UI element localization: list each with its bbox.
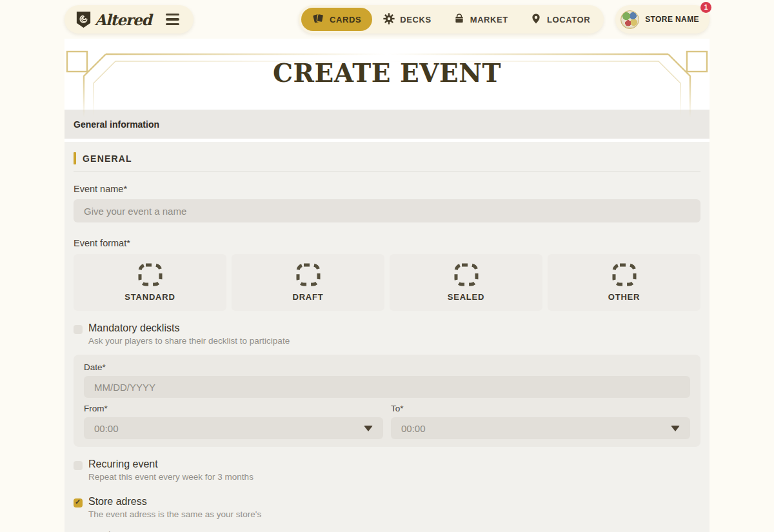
locator-icon: [530, 13, 542, 26]
schedule-card: Date* MM/DD/YYYY From* 00:00 To* 00:00: [74, 355, 700, 447]
general-heading-label: GENERAL: [83, 153, 132, 164]
store-adress-label: Store adress: [88, 496, 261, 507]
recuring-event-row: Recuring event Repeat this event every w…: [74, 458, 700, 482]
store-name-button[interactable]: STORE NAME 1: [615, 5, 710, 34]
hamburger-menu-button[interactable]: [163, 11, 182, 28]
to-time-select[interactable]: 00:00: [391, 417, 690, 439]
store-adress-row: Store adress The event adress is the sam…: [74, 496, 700, 519]
nav-market-label: MARKET: [470, 15, 508, 25]
format-option-standard[interactable]: STANDARD: [74, 254, 226, 311]
date-input[interactable]: MM/DD/YYYY: [84, 376, 690, 398]
nav-market[interactable]: MARKET: [442, 8, 519, 31]
format-placeholder-icon: [137, 263, 163, 286]
event-name-input[interactable]: Give your event a name: [74, 199, 700, 222]
date-label: Date*: [84, 362, 690, 372]
page-title: CREATE EVENT: [64, 39, 710, 88]
format-draft-label: DRAFT: [292, 292, 323, 302]
store-adress-description: The event adress is the same as your sto…: [88, 509, 261, 519]
format-placeholder-icon: [295, 263, 321, 286]
recuring-event-description: Repeat this event every week for 3 month…: [88, 472, 253, 482]
market-icon: [453, 13, 465, 26]
title-band: CREATE EVENT: [64, 39, 710, 110]
recuring-event-label: Recuring event: [88, 458, 253, 470]
mandatory-decklists-label: Mandatory decklists: [88, 322, 290, 334]
chevron-down-icon: [364, 426, 373, 431]
event-name-placeholder: Give your event a name: [84, 206, 186, 217]
to-time-value: 00:00: [401, 423, 426, 434]
event-name-label: Event name*: [74, 184, 700, 194]
main-nav: CARDS: [299, 5, 604, 34]
from-field: From* 00:00: [84, 404, 383, 439]
section-bar: General information: [64, 110, 710, 139]
nav-cards-label: CARDS: [330, 15, 361, 25]
format-placeholder-icon: [611, 263, 637, 286]
to-field: To* 00:00: [391, 404, 690, 439]
gold-accent-bar: [74, 152, 76, 164]
notification-badge: 1: [700, 2, 711, 13]
store-avatar: [620, 10, 639, 29]
altered-logo[interactable]: Altered: [76, 11, 152, 28]
mandatory-decklists-description: Ask your players to share their decklist…: [88, 336, 290, 346]
format-standard-label: STANDARD: [124, 292, 175, 302]
decks-icon: [383, 13, 395, 26]
nav-decks[interactable]: DECKS: [372, 8, 442, 31]
logo-text: Altered: [95, 11, 152, 28]
nav-locator[interactable]: LOCATOR: [519, 8, 601, 31]
from-time-select[interactable]: 00:00: [84, 417, 383, 439]
recuring-event-checkbox[interactable]: [74, 461, 83, 470]
format-placeholder-icon: [453, 263, 479, 286]
store-adress-checkbox[interactable]: [74, 498, 83, 507]
page-content: CREATE EVENT General information GENERAL…: [64, 39, 710, 532]
format-option-other[interactable]: OTHER: [548, 254, 700, 311]
mandatory-decklists-row: Mandatory decklists Ask your players to …: [74, 322, 700, 346]
logo-pill: Altered: [64, 5, 194, 34]
general-section-heading: GENERAL: [74, 152, 700, 164]
create-event-form: GENERAL Event name* Give your event a na…: [64, 142, 710, 532]
section-bar-label: General information: [74, 119, 159, 130]
to-label: To*: [391, 404, 690, 413]
cards-icon: [312, 12, 324, 26]
top-navigation-bar: Altered CARDS: [0, 0, 774, 39]
altered-shield-icon: [76, 11, 91, 28]
format-sealed-label: SEALED: [448, 292, 485, 302]
format-option-draft[interactable]: DRAFT: [232, 254, 384, 311]
event-format-options: STANDARD DRAFT SEALED OTHER: [74, 254, 700, 311]
chevron-down-icon: [671, 426, 680, 431]
nav-cards[interactable]: CARDS: [301, 8, 372, 31]
mandatory-decklists-checkbox[interactable]: [74, 325, 83, 334]
date-placeholder: MM/DD/YYYY: [94, 382, 155, 393]
event-format-label: Event format*: [74, 238, 700, 248]
nav-decks-label: DECKS: [400, 15, 432, 25]
from-label: From*: [84, 404, 383, 413]
nav-locator-label: LOCATOR: [547, 15, 590, 25]
from-time-value: 00:00: [94, 423, 119, 434]
format-other-label: OTHER: [608, 292, 640, 302]
store-name-label: STORE NAME: [645, 15, 699, 24]
format-option-sealed[interactable]: SEALED: [390, 254, 542, 311]
section-divider: [74, 172, 700, 172]
